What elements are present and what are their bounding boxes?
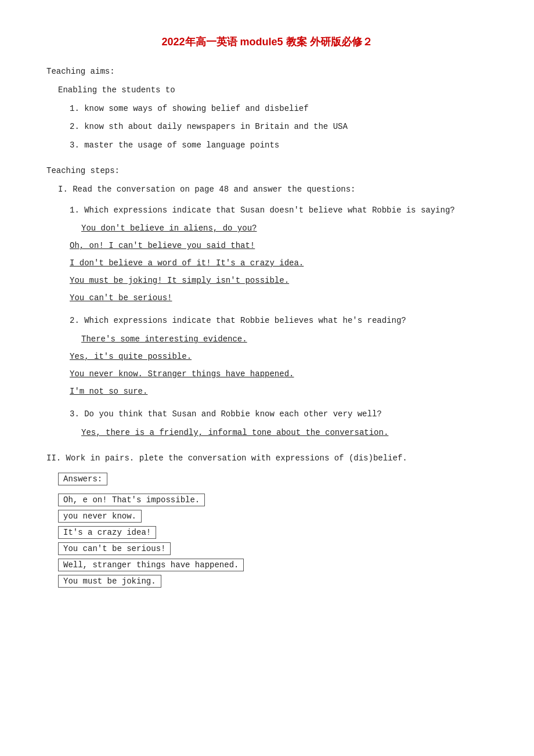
q1-label: 1. Which expressions indicate that Susan… — [46, 204, 488, 218]
q1-answer-3: I don't believe a word of it! It's a cra… — [46, 257, 488, 271]
q2-label: 2. Which expressions indicate that Robbi… — [46, 314, 488, 328]
q1-answer-5: You can't be serious! — [46, 291, 488, 305]
q2-answer-4: I'm not so sure. — [46, 385, 488, 399]
step-I: I. Read the conversation on page 48 and … — [46, 183, 488, 197]
q1-answer-1: You don't believe in aliens, do you? — [46, 222, 488, 236]
step-II: II. Work in pairs. plete the conversatio… — [46, 452, 488, 466]
q1-answer-2: Oh, on! I can't believe you said that! — [46, 239, 488, 253]
answers-label: Answers: — [58, 473, 107, 485]
enabling-label: Enabling the students to — [46, 84, 488, 98]
answer-box-3: It's a crazy idea! — [58, 526, 156, 539]
answer-box-5: Well, stranger things have happened. — [58, 559, 244, 571]
q2-answer-1: There's some interesting evidence. — [46, 333, 488, 347]
q2-answer-2: Yes, it's quite possible. — [46, 350, 488, 364]
answer-box-1: Oh, e on! That's impossible. — [58, 494, 205, 506]
aim-2: 2. know sth about daily newspapers in Br… — [46, 120, 488, 134]
q3-answer: Yes, there is a friendly, informal tone … — [46, 426, 488, 440]
q2-answer-3: You never know. Stranger things have hap… — [46, 368, 488, 381]
aim-3: 3. master the usage of some language poi… — [46, 139, 488, 153]
answer-box-4: You can't be serious! — [58, 542, 171, 555]
aim-1: 1. know some ways of showing belief and … — [46, 102, 488, 116]
teaching-steps-label: Teaching steps: — [46, 164, 488, 178]
answer-box-6: You must be joking. — [58, 575, 161, 588]
teaching-aims-label: Teaching aims: — [46, 65, 488, 79]
page-title: 2022年高一英语 module5 教案 外研版必修２ — [46, 35, 488, 49]
q1-answer-4: You must be joking! It simply isn't poss… — [46, 274, 488, 288]
answer-box-2: you never know. — [58, 510, 142, 523]
q3-label: 3. Do you think that Susan and Robbie kn… — [46, 408, 488, 422]
